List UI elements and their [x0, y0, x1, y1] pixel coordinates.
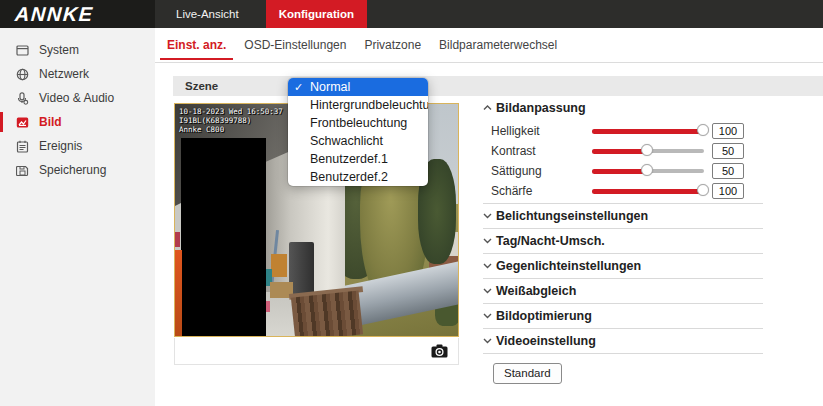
scene-option-normal[interactable]: ✓ Normal	[288, 78, 428, 96]
sidebar-item-netzwerk[interactable]: Netzwerk	[0, 62, 155, 86]
nav-live-ansicht[interactable]: Live-Ansicht	[163, 0, 252, 28]
window-icon	[15, 43, 29, 57]
check-icon: ✓	[294, 78, 303, 96]
sidebar: System Netzwerk Video & Audio Bild Ereig…	[0, 28, 155, 406]
saettigung-slider-track[interactable]	[592, 169, 704, 173]
scene-person	[175, 250, 182, 337]
scene-option-frontbeleuchtung[interactable]: Frontbeleuchtung	[288, 114, 428, 132]
chevron-down-icon	[483, 237, 493, 245]
section-tag-nacht-umsch[interactable]: Tag/Nacht-Umsch.	[483, 228, 763, 253]
scene-option-schwachlicht[interactable]: Schwachlicht	[288, 132, 428, 150]
kontrast-slider-track[interactable]	[592, 149, 704, 153]
chevron-up-icon	[483, 104, 493, 112]
sidebar-item-bild[interactable]: Bild	[0, 110, 155, 134]
annke-logo: ANNKE	[14, 3, 94, 26]
slider-fill	[592, 129, 704, 134]
tab-bar: Einst. anz. OSD-Einstellungen Privatzone…	[155, 28, 823, 63]
top-bar: ANNKE Live-Ansicht Konfiguration	[0, 0, 823, 28]
slider-kontrast: Kontrast	[491, 141, 763, 161]
image-settings-panel: Bildanpassung Helligkeit Kontrast Sättig…	[483, 96, 763, 384]
scene-object	[271, 254, 287, 277]
saettigung-value-input[interactable]	[712, 163, 744, 179]
slider-schaerfe: Schärfe	[491, 181, 763, 201]
slider-fill	[592, 149, 648, 154]
slider-label: Schärfe	[491, 184, 592, 198]
chevron-down-icon	[483, 212, 493, 220]
sidebar-item-speicherung[interactable]: Speicherung	[0, 158, 155, 182]
section-belichtungseinstellungen[interactable]: Belichtungseinstellungen	[483, 203, 763, 228]
sidebar-item-label: System	[39, 43, 79, 57]
section-gegenlichteinstellungen[interactable]: Gegenlichteinstellungen	[483, 253, 763, 278]
image-icon	[15, 115, 29, 129]
scene-option-benutzerdef2[interactable]: Benutzerdef.2	[288, 168, 428, 186]
tab-privatzone[interactable]: Privatzone	[355, 28, 430, 63]
section-weissabgleich[interactable]: Weißabgleich	[483, 278, 763, 303]
chevron-down-icon	[483, 312, 493, 320]
sidebar-item-label: Speicherung	[39, 163, 106, 177]
sidebar-item-ereignis[interactable]: Ereignis	[0, 134, 155, 158]
slider-fill	[592, 189, 704, 194]
globe-icon	[15, 67, 29, 81]
slider-fill	[592, 169, 648, 174]
tab-einst-anz[interactable]: Einst. anz.	[158, 28, 235, 63]
slider-helligkeit: Helligkeit	[491, 121, 763, 141]
slider-label: Kontrast	[491, 144, 592, 158]
calendar-icon	[15, 139, 29, 153]
sidebar-item-system[interactable]: System	[0, 38, 155, 62]
sidebar-item-label: Video & Audio	[39, 91, 114, 105]
schaerfe-value-input[interactable]	[712, 183, 744, 199]
standard-button[interactable]: Standard	[493, 363, 562, 384]
snapshot-bar	[174, 338, 459, 365]
osd-timestamp: 10-18-2023 Wed 16:50:37	[179, 107, 283, 116]
section-bildoptimierung[interactable]: Bildoptimierung	[483, 303, 763, 328]
chevron-down-icon	[483, 337, 493, 345]
section-bildanpassung[interactable]: Bildanpassung	[483, 96, 763, 119]
helligkeit-value-input[interactable]	[712, 123, 744, 139]
slider-thumb[interactable]	[641, 144, 653, 156]
schaerfe-slider-track[interactable]	[592, 189, 704, 193]
scene-option-benutzerdef1[interactable]: Benutzerdef.1	[288, 150, 428, 168]
slider-label: Sättigung	[491, 164, 592, 178]
helligkeit-slider-track[interactable]	[592, 129, 704, 133]
scene-option-hintergrundbeleuchtung[interactable]: Hintergrundbeleuchtung	[288, 96, 428, 114]
scene-railing	[291, 291, 363, 337]
scene-object	[175, 232, 180, 247]
sidebar-item-label: Bild	[39, 115, 62, 129]
slider-thumb[interactable]	[697, 124, 709, 136]
chevron-down-icon	[483, 262, 493, 270]
slider-saettigung: Sättigung	[491, 161, 763, 181]
tab-bildparameterwechsel[interactable]: Bildparameterwechsel	[430, 28, 566, 63]
section-videoeinstellung[interactable]: Videoeinstellung	[483, 328, 763, 354]
sidebar-item-label: Ereignis	[39, 139, 82, 153]
sidebar-item-video-audio[interactable]: Video & Audio	[0, 86, 155, 110]
sidebar-item-label: Netzwerk	[39, 67, 89, 81]
slider-thumb[interactable]	[641, 164, 653, 176]
osd-device-id: I91BL(K68399788)	[179, 116, 283, 125]
bildanpassung-sliders: Helligkeit Kontrast Sättigung Schärfe	[483, 119, 763, 203]
kontrast-value-input[interactable]	[712, 143, 744, 159]
slider-thumb[interactable]	[697, 184, 709, 196]
annke-config-page: ANNKE Live-Ansicht Konfiguration System …	[0, 0, 823, 406]
microphone-icon	[15, 91, 29, 105]
szene-label: Szene	[173, 80, 218, 92]
slider-label: Helligkeit	[491, 124, 592, 138]
logo-block: ANNKE	[0, 0, 155, 28]
chevron-down-icon	[483, 287, 493, 295]
privacy-mask	[181, 138, 266, 336]
camera-icon[interactable]	[430, 343, 448, 359]
osd-overlay: 10-18-2023 Wed 16:50:37 I91BL(K68399788)…	[179, 107, 283, 134]
save-icon	[15, 163, 29, 177]
szene-row: Szene	[173, 76, 823, 96]
szene-dropdown-menu: ✓ Normal Hintergrundbeleuchtung Frontbel…	[288, 78, 428, 186]
nav-konfiguration[interactable]: Konfiguration	[266, 0, 367, 28]
osd-camera-name: Annke C800	[179, 125, 283, 134]
tab-osd-einstellungen[interactable]: OSD-Einstellungen	[235, 28, 355, 63]
